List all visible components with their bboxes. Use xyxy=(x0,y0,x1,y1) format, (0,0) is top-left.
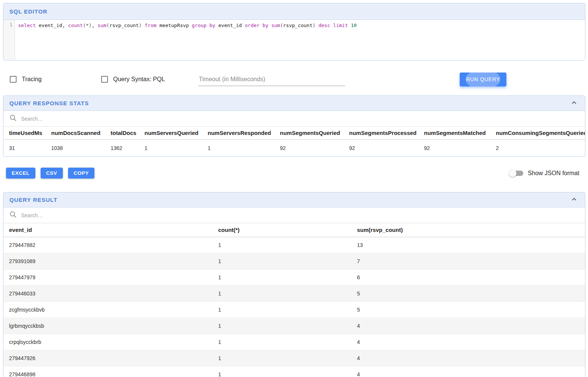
stats-column-header[interactable]: numDocsScanned xyxy=(46,127,105,139)
json-toggle-label: Show JSON format xyxy=(528,170,579,177)
pql-checkbox[interactable] xyxy=(101,76,108,83)
sql-token: (*) xyxy=(83,23,91,28)
result-column-header[interactable]: event_id xyxy=(3,223,213,237)
stats-cell: 92 xyxy=(274,139,343,156)
sql-token: order by xyxy=(245,23,269,28)
stats-cell: 1362 xyxy=(105,139,139,156)
result-table-body: 2794478821132793910891727944797916279446… xyxy=(3,237,585,377)
sql-token: rsvp_count xyxy=(109,23,139,28)
sql-token: desc xyxy=(318,23,330,28)
sql-token: event_id, xyxy=(36,23,68,28)
result-cell: 4 xyxy=(351,350,585,366)
stats-cell: 1 xyxy=(139,139,202,156)
result-cell: 4 xyxy=(351,334,585,350)
result-cell: 1 xyxy=(213,253,351,269)
stats-search-row xyxy=(3,111,585,127)
stats-column-header[interactable]: numSegmentsMatched xyxy=(418,127,490,139)
stats-column-header[interactable]: numServersQueried xyxy=(139,127,202,139)
sql-editor-title: SQL EDITOR xyxy=(9,8,47,15)
timeout-input[interactable] xyxy=(198,73,345,86)
pql-checkbox-group[interactable]: Query Syntax: PQL xyxy=(101,76,165,83)
result-search-input[interactable] xyxy=(20,212,579,219)
sql-token: sum xyxy=(97,23,106,28)
sql-code-editor[interactable]: 1 select event_id, count(*), sum(rsvp_co… xyxy=(3,20,585,60)
result-header-row: event_idcount(*)sum(rsvp_count) xyxy=(3,223,585,237)
csv-button[interactable]: CSV xyxy=(41,168,63,179)
table-row: crpqlsycckbrb14 xyxy=(3,334,585,350)
result-cell: 279447979 xyxy=(3,269,213,285)
result-cell: 5 xyxy=(351,285,585,301)
sql-token: group by xyxy=(192,23,216,28)
result-table: event_idcount(*)sum(rsvp_count) 27944788… xyxy=(3,223,585,377)
sql-token xyxy=(142,23,145,28)
sql-token: ) xyxy=(139,23,142,28)
stats-panel-header: QUERY RESPONSE STATS xyxy=(3,96,585,111)
sql-token: meetupRsvp xyxy=(156,23,192,28)
sql-token: sum xyxy=(271,23,280,28)
stats-column-header[interactable]: numServersResponded xyxy=(202,127,274,139)
stats-column-header[interactable]: numSegmentsQueried xyxy=(274,127,343,139)
stats-search-input[interactable] xyxy=(20,115,579,122)
sql-token: 10 xyxy=(351,23,357,28)
sql-code-line[interactable]: select event_id, count(*), sum(rsvp_coun… xyxy=(15,20,585,60)
result-cell: 279391089 xyxy=(3,253,213,269)
stats-cell: 31 xyxy=(3,139,46,156)
table-row: zcgfmsycckbvb15 xyxy=(3,301,585,318)
result-cell: 4 xyxy=(351,366,585,377)
sql-token xyxy=(330,23,333,28)
result-cell: 7 xyxy=(351,253,585,269)
result-cell: 4 xyxy=(351,318,585,334)
excel-button[interactable]: EXCEL xyxy=(6,168,35,179)
sql-token: ( xyxy=(280,23,283,28)
sql-token xyxy=(268,23,271,28)
query-console-page: SQL EDITOR 1 select event_id, count(*), … xyxy=(0,0,588,377)
result-column-header[interactable]: sum(rsvp_count) xyxy=(351,223,585,237)
tracing-label: Tracing xyxy=(22,76,42,83)
result-cell: 279446033 xyxy=(3,285,213,301)
sql-token xyxy=(348,23,351,28)
table-row: 27939108917 xyxy=(3,253,585,269)
sql-token: from xyxy=(145,23,156,28)
result-collapse-button[interactable] xyxy=(569,194,579,205)
pql-label: Query Syntax: PQL xyxy=(113,76,165,83)
stats-column-header[interactable]: numSegmentsProcessed xyxy=(343,127,418,139)
run-query-button[interactable]: RUN QUERY xyxy=(460,73,506,86)
toggle-knob xyxy=(509,170,517,177)
show-json-toggle[interactable] xyxy=(510,170,523,177)
stats-column-header[interactable]: timeUsedMs xyxy=(3,127,46,139)
result-cell: 279447926 xyxy=(3,350,213,366)
query-controls-row: Tracing Query Syntax: PQL RUN QUERY xyxy=(6,69,582,90)
stats-collapse-button[interactable] xyxy=(569,98,579,109)
chevron-up-icon xyxy=(570,98,578,108)
result-cell: 279447882 xyxy=(3,237,213,253)
sql-token: count xyxy=(68,23,83,28)
stats-column-header[interactable]: totalDocs xyxy=(105,127,139,139)
stats-cell: 1038 xyxy=(46,139,105,156)
result-cell: 279446898 xyxy=(3,366,213,377)
tracing-checkbox-group[interactable]: Tracing xyxy=(10,76,42,83)
sql-token: ) xyxy=(313,23,316,28)
result-cell: 1 xyxy=(213,285,351,301)
table-row: 279447882113 xyxy=(3,237,585,253)
result-cell: lgrbmqycckbsb xyxy=(3,318,213,334)
table-row: 3110381362119292922 xyxy=(3,139,585,156)
result-cell: 5 xyxy=(351,301,585,318)
sql-token: rsvp_count xyxy=(283,23,313,28)
result-cell: 13 xyxy=(351,237,585,253)
sql-editor-header: SQL EDITOR xyxy=(3,3,585,20)
query-response-stats-panel: QUERY RESPONSE STATS timeUsedMsnumDocsSc… xyxy=(3,95,585,157)
result-cell: 1 xyxy=(213,301,351,318)
stats-column-header[interactable]: numConsumingSegmentsQueried xyxy=(490,127,585,139)
result-column-header[interactable]: count(*) xyxy=(213,223,351,237)
result-search-row xyxy=(3,207,585,223)
sql-token: limit xyxy=(333,23,348,28)
copy-button[interactable]: COPY xyxy=(68,168,94,179)
tracing-checkbox[interactable] xyxy=(10,76,17,83)
table-row: 27944797916 xyxy=(3,269,585,285)
chevron-up-icon xyxy=(570,195,578,204)
query-result-panel: QUERY RESULT event_idcount(*)sum(rsvp_co… xyxy=(3,192,585,377)
stats-header-row: timeUsedMsnumDocsScannedtotalDocsnumServ… xyxy=(3,127,585,139)
result-cell: 1 xyxy=(213,269,351,285)
table-row: lgrbmqycckbsb14 xyxy=(3,318,585,334)
stats-panel-title: QUERY RESPONSE STATS xyxy=(9,100,89,106)
